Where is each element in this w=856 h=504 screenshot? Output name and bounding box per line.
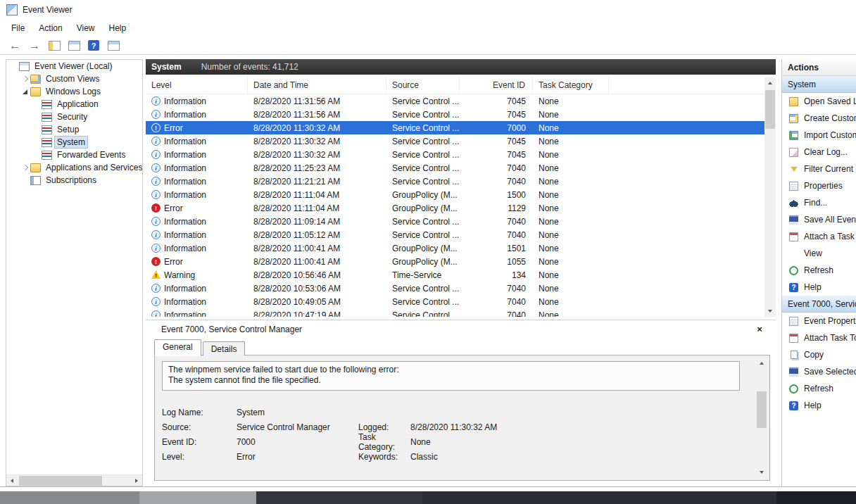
- scroll-thumb[interactable]: [19, 476, 102, 486]
- toolbar-button-help[interactable]: [84, 38, 103, 53]
- menu-item-file[interactable]: File: [4, 21, 32, 35]
- action-create-custom[interactable]: Create Custom: [782, 110, 856, 127]
- event-list-scrollbar[interactable]: [764, 77, 776, 317]
- scroll-down-icon[interactable]: [764, 305, 776, 317]
- event-row[interactable]: Error8/28/2020 11:30:32 AMService Contro…: [146, 121, 776, 134]
- event-row[interactable]: Information8/28/2020 11:21:21 AMService …: [146, 175, 776, 188]
- taskbar[interactable]: [0, 491, 856, 504]
- tree-item-security[interactable]: Security: [6, 111, 142, 123]
- expander-collapsed-icon[interactable]: [20, 163, 30, 172]
- event-row[interactable]: Error8/28/2020 11:00:41 AMGroupPolicy (M…: [146, 255, 776, 268]
- scroll-up-icon[interactable]: [756, 358, 767, 369]
- menu-item-help[interactable]: Help: [102, 21, 134, 35]
- scroll-right-icon[interactable]: [131, 475, 142, 486]
- action-section-header-system[interactable]: System: [782, 76, 856, 93]
- column-header-event-id[interactable]: Event ID: [460, 76, 533, 94]
- action-filter-current-l[interactable]: Filter Current L: [782, 160, 856, 177]
- event-row[interactable]: Information8/28/2020 11:09:14 AMService …: [146, 215, 776, 228]
- event-row[interactable]: Information8/28/2020 10:49:05 AMService …: [146, 295, 776, 308]
- event-row[interactable]: Warning8/28/2020 10:56:46 AMTime-Service…: [146, 268, 776, 282]
- tab-details[interactable]: Details: [203, 341, 246, 355]
- titlebar[interactable]: Event Viewer: [0, 0, 856, 20]
- details-scrollbar[interactable]: [756, 358, 767, 478]
- column-header-source[interactable]: Source: [386, 76, 460, 94]
- action-event-properti[interactable]: Event Properti: [782, 313, 856, 329]
- tree-item-setup[interactable]: Setup: [6, 123, 142, 136]
- event-level-label: Warning: [164, 270, 195, 280]
- field-label: Keywords:: [358, 452, 410, 462]
- menu-item-view[interactable]: View: [70, 21, 102, 35]
- info-icon: [151, 96, 160, 106]
- action-refresh[interactable]: Refresh: [782, 262, 856, 279]
- action-save-selected[interactable]: Save Selected: [782, 363, 856, 380]
- info-icon: [151, 150, 160, 159]
- action-copy[interactable]: Copy: [782, 346, 856, 363]
- tree-item-forwarded-events[interactable]: Forwarded Events: [6, 149, 142, 161]
- event-row[interactable]: Information8/28/2020 11:00:41 AMGroupPol…: [146, 241, 776, 255]
- toolbar-button-back[interactable]: [6, 38, 24, 53]
- actions-header: Actions: [782, 59, 856, 76]
- scroll-left-icon[interactable]: [6, 475, 18, 486]
- event-row[interactable]: Information8/28/2020 10:53:06 AMService …: [146, 282, 776, 295]
- action-import-custom[interactable]: Import Custom: [782, 127, 856, 144]
- event-datetime-cell: 8/28/2020 10:53:06 AM: [248, 284, 386, 294]
- tree-item-applications-and-services-lo[interactable]: Applications and Services Lo: [6, 161, 142, 174]
- close-icon[interactable]: [755, 324, 764, 334]
- event-row[interactable]: Information8/28/2020 11:30:32 AMService …: [146, 134, 776, 148]
- event-level-cell: Error: [146, 257, 248, 267]
- column-header-task-category[interactable]: Task Category: [533, 76, 609, 94]
- action-find[interactable]: Find...: [782, 194, 856, 211]
- event-source-cell: GroupPolicy (M...: [386, 257, 460, 267]
- event-source-cell: GroupPolicy (M...: [386, 203, 460, 213]
- event-row[interactable]: Information8/28/2020 11:31:56 AMService …: [146, 94, 776, 108]
- toolbar-button-show-console-tree[interactable]: [45, 38, 63, 53]
- event-row[interactable]: Information8/28/2020 11:25:23 AMService …: [146, 161, 776, 175]
- action-view[interactable]: View: [782, 245, 856, 262]
- toolbar-button-view-grid[interactable]: [65, 38, 83, 53]
- event-level-label: Error: [164, 203, 183, 213]
- tree-item-event-viewer-local[interactable]: Event Viewer (Local): [6, 60, 142, 73]
- tree-item-windows-logs[interactable]: Windows Logs: [6, 85, 142, 98]
- tree-item-subscriptions[interactable]: Subscriptions: [6, 174, 142, 187]
- back-icon: [9, 39, 20, 52]
- tree-horizontal-scrollbar[interactable]: [6, 474, 142, 486]
- action-section-header-event-7000-service[interactable]: Event 7000, Service...: [782, 296, 856, 313]
- event-row[interactable]: Information8/28/2020 11:05:12 AMService …: [146, 228, 776, 241]
- event-row[interactable]: Information8/28/2020 10:47:19 AMService …: [146, 308, 776, 317]
- action-save-all-events[interactable]: Save All Events: [782, 211, 856, 228]
- expander-expanded-icon[interactable]: [20, 87, 30, 96]
- action-attach-a-task-t[interactable]: Attach a Task T: [782, 228, 856, 245]
- details-tabs: GeneralDetails: [146, 339, 776, 355]
- action-clear-log[interactable]: Clear Log...: [782, 144, 856, 160]
- screen: Event Viewer FileActionViewHelp Event Vi…: [0, 0, 856, 504]
- event-task-category-cell: None: [533, 203, 609, 213]
- scroll-thumb[interactable]: [757, 391, 767, 428]
- tree-item-custom-views[interactable]: Custom Views: [6, 73, 142, 85]
- tree-item-system[interactable]: System: [6, 136, 142, 149]
- event-row[interactable]: Error8/28/2020 11:11:04 AMGroupPolicy (M…: [146, 201, 776, 215]
- event-row[interactable]: Information8/28/2020 11:11:04 AMGroupPol…: [146, 188, 776, 201]
- event-level-cell: Information: [146, 96, 248, 106]
- scroll-down-icon[interactable]: [756, 467, 767, 478]
- event-id-cell: 1500: [460, 190, 533, 200]
- toolbar-button-export-list[interactable]: [104, 38, 122, 53]
- info-icon: [151, 284, 160, 293]
- action-attach-task-to[interactable]: Attach Task To: [782, 329, 856, 346]
- action-help[interactable]: Help: [782, 279, 856, 296]
- scroll-thumb[interactable]: [765, 90, 775, 129]
- action-open-saved-lo[interactable]: Open Saved Lo: [782, 93, 856, 110]
- menu-item-action[interactable]: Action: [32, 21, 69, 35]
- scroll-up-icon[interactable]: [764, 77, 776, 89]
- event-row[interactable]: Information8/28/2020 11:31:56 AMService …: [146, 108, 776, 121]
- expander-collapsed-icon[interactable]: [20, 74, 30, 84]
- column-header-level[interactable]: Level: [146, 76, 248, 94]
- tree-item-application[interactable]: Application: [6, 98, 142, 111]
- action-refresh[interactable]: Refresh: [782, 380, 856, 397]
- action-help[interactable]: Help: [782, 397, 856, 414]
- event-row[interactable]: Information8/28/2020 11:30:32 AMService …: [146, 148, 776, 161]
- column-header-date-and-time[interactable]: Date and Time: [248, 76, 386, 94]
- action-properties[interactable]: Properties: [782, 177, 856, 194]
- tab-general[interactable]: General: [154, 339, 201, 356]
- event-task-category-cell: None: [533, 297, 609, 307]
- toolbar-button-forward[interactable]: [25, 38, 44, 53]
